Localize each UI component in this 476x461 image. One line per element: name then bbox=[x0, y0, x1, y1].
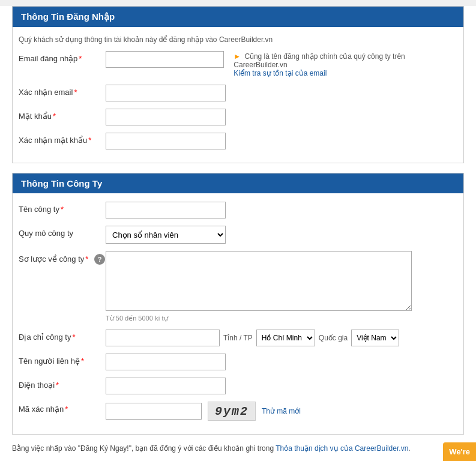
company-section: Thông Tin Công Ty Tên công ty* Quy mô cô… bbox=[12, 173, 464, 435]
phone-input[interactable] bbox=[106, 378, 226, 394]
confirm-password-input[interactable] bbox=[106, 133, 226, 149]
email-input[interactable] bbox=[106, 51, 224, 68]
contact-name-row: Tên người liên hệ* bbox=[19, 354, 457, 370]
terms-text: Bằng việc nhấp vào "Đăng Ký Ngay!", bạn … bbox=[12, 444, 464, 453]
captcha-image: 9ym2 bbox=[208, 402, 256, 421]
captcha-input[interactable] bbox=[106, 403, 202, 420]
confirm-password-label: Xác nhận mật khẩu* bbox=[19, 133, 106, 145]
company-address-label: Địa chỉ công ty* bbox=[19, 330, 106, 342]
contact-name-label: Tên người liên hệ* bbox=[19, 354, 106, 366]
company-name-input[interactable] bbox=[106, 202, 226, 218]
address-fields: Tỉnh / TP Hồ Chí Minh Hà Nội Đà Nẵng Cần… bbox=[106, 330, 399, 346]
captcha-area: 9ym2 Thử mã mới bbox=[106, 402, 301, 421]
email-label: Email đăng nhập* bbox=[19, 51, 106, 63]
company-address-input[interactable] bbox=[106, 330, 220, 346]
company-size-select[interactable]: Chọn số nhân viên 1-10 11-50 51-200 201-… bbox=[106, 226, 226, 244]
phone-row: Điện thoại* bbox=[19, 378, 457, 394]
company-size-label: Quy mô công ty bbox=[19, 226, 106, 238]
phone-label: Điện thoại* bbox=[19, 378, 106, 390]
company-desc-label: Sơ lược về công ty* ? bbox=[19, 251, 106, 265]
company-size-row: Quy mô công ty Chọn số nhân viên 1-10 11… bbox=[19, 226, 457, 244]
company-section-title: Thông Tin Công Ty bbox=[21, 178, 102, 188]
password-label: Mật khẩu* bbox=[19, 109, 106, 121]
confirm-email-label: Xác nhận email* bbox=[19, 85, 106, 97]
check-email-link[interactable]: Kiểm tra sự tồn tại của email bbox=[233, 69, 327, 77]
help-icon: ? bbox=[94, 254, 105, 265]
confirm-email-input[interactable] bbox=[106, 85, 226, 101]
try-new-captcha-link[interactable]: Thử mã mới bbox=[262, 407, 301, 415]
login-section-header: Thông Tin Đăng Nhập bbox=[13, 7, 463, 27]
confirm-email-row: Xác nhận email* bbox=[19, 85, 457, 101]
password-row: Mật khẩu* bbox=[19, 109, 457, 125]
captcha-label: Mã xác nhận* bbox=[19, 402, 106, 414]
country-select[interactable]: Việt Nam Khác bbox=[351, 330, 399, 346]
company-section-header: Thông Tin Công Ty bbox=[13, 173, 463, 193]
login-subtitle: Quý khách sử dụng thông tin tài khoản nà… bbox=[19, 35, 457, 44]
company-form: Tên công ty* Quy mô công ty Chọn số nhân… bbox=[13, 193, 463, 434]
login-section: Thông Tin Đăng Nhập Quý khách sử dụng th… bbox=[12, 6, 464, 163]
captcha-row: Mã xác nhận* 9ym2 Thử mã mới bbox=[19, 402, 457, 421]
company-name-label: Tên công ty* bbox=[19, 202, 106, 214]
login-form: Quý khách sử dụng thông tin tài khoản nà… bbox=[13, 27, 463, 163]
company-name-row: Tên công ty* bbox=[19, 202, 457, 218]
province-select[interactable]: Hồ Chí Minh Hà Nội Đà Nẵng Cần Thơ bbox=[256, 330, 315, 346]
arrow-icon: ► bbox=[233, 52, 241, 61]
terms-link[interactable]: Thỏa thuận dịch vụ của CareerBuilder.vn bbox=[276, 444, 408, 453]
page-wrapper: Thông Tin Đăng Nhập Quý khách sử dụng th… bbox=[0, 6, 476, 461]
company-desc-hint: Từ 50 đến 5000 kí tự bbox=[106, 315, 412, 322]
country-label: Quốc gia bbox=[319, 334, 348, 342]
confirm-password-row: Xác nhận mật khẩu* bbox=[19, 133, 457, 149]
login-section-title: Thông Tin Đăng Nhập bbox=[21, 11, 115, 22]
email-row: Email đăng nhập* ► Cũng là tên đăng nhập… bbox=[19, 51, 457, 77]
province-label: Tỉnh / TP bbox=[223, 334, 253, 342]
contact-name-input[interactable] bbox=[106, 354, 226, 370]
company-address-row: Địa chỉ công ty* Tỉnh / TP Hồ Chí Minh H… bbox=[19, 330, 457, 346]
were-badge: We're bbox=[443, 442, 476, 461]
company-desc-row: Sơ lược về công ty* ? Từ 50 đến 5000 kí … bbox=[19, 251, 457, 322]
company-desc-textarea[interactable] bbox=[106, 251, 412, 311]
email-note: ► Cũng là tên đăng nhập chính của quý cô… bbox=[233, 51, 457, 77]
password-input[interactable] bbox=[106, 109, 226, 125]
company-desc-wrapper: Từ 50 đến 5000 kí tự bbox=[106, 251, 412, 322]
